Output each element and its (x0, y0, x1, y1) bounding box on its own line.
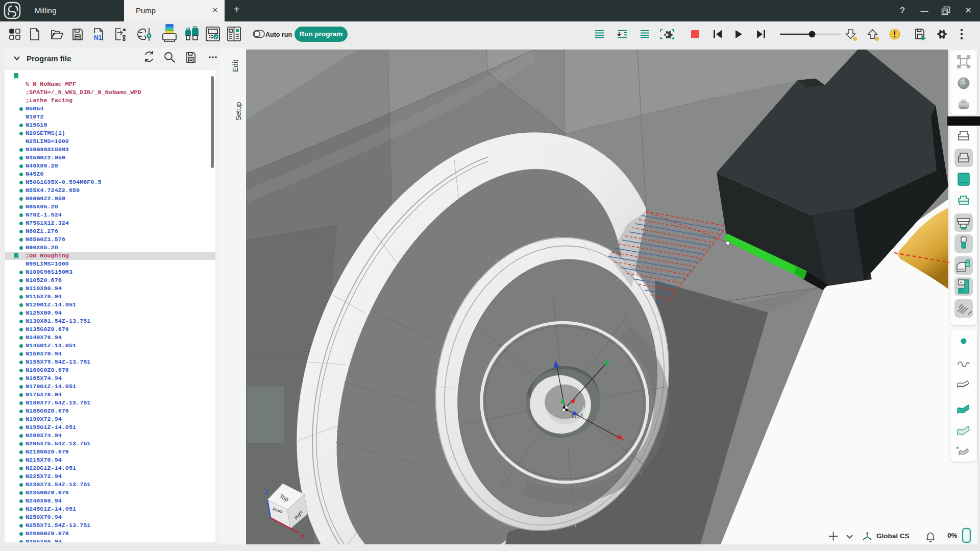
svg-text:Z: Z (265, 488, 269, 496)
svg-text:N1: N1 (94, 34, 102, 41)
svg-text:X: X (301, 533, 305, 540)
svg-text:G54: G54 (572, 413, 583, 420)
